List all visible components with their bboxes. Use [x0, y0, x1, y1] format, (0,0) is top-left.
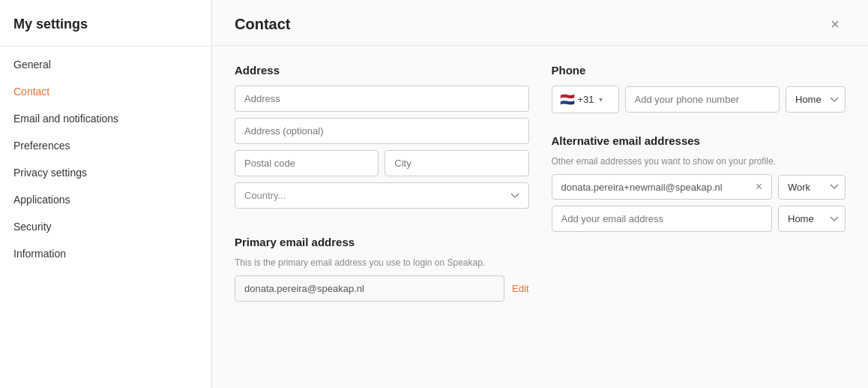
right-column: Phone 🇳🇱 +31 ▾ Home Work Mobile Other Al… [552, 64, 846, 302]
main-header: Contact × [212, 0, 868, 46]
primary-email-section: Primary email address This is the primar… [235, 236, 529, 302]
sidebar: My settings General Contact Email and no… [0, 0, 212, 388]
remove-alt-email-button[interactable]: × [750, 181, 762, 193]
phone-row: 🇳🇱 +31 ▾ Home Work Mobile Other [552, 86, 846, 113]
sidebar-title: My settings [0, 0, 211, 47]
alt-email-subtext: Other email addresses you want to show o… [552, 156, 846, 167]
city-input[interactable] [385, 150, 528, 176]
sidebar-item-email-notifications[interactable]: Email and notifications [0, 105, 211, 132]
phone-type-select[interactable]: Home Work Mobile Other [786, 86, 846, 113]
page-title: Contact [235, 16, 290, 33]
sidebar-item-security[interactable]: Security [0, 213, 211, 240]
primary-email-subtext: This is the primary email address you us… [235, 257, 529, 268]
flag-icon: 🇳🇱 [560, 92, 575, 107]
edit-email-link[interactable]: Edit [512, 283, 528, 294]
postal-city-row [235, 150, 529, 182]
main-content: Contact × Address Country... Primary ema… [212, 0, 868, 388]
sidebar-item-preferences[interactable]: Preferences [0, 132, 211, 159]
sidebar-item-contact[interactable]: Contact [0, 78, 211, 105]
address-optional-input[interactable] [235, 118, 529, 144]
phone-section-title: Phone [552, 64, 846, 77]
main-body: Address Country... Primary email address… [212, 46, 868, 320]
alt-email-section: Alternative email addresses Other email … [552, 134, 846, 232]
sidebar-item-general[interactable]: General [0, 51, 211, 78]
primary-email-row: Edit [235, 275, 529, 302]
close-button[interactable]: × [825, 14, 846, 35]
alt-email-chip: donata.pereira+newmail@speakap.nl × [552, 174, 773, 200]
alt-email-existing-row: donata.pereira+newmail@speakap.nl × Work… [552, 174, 846, 200]
left-column: Address Country... Primary email address… [235, 64, 529, 302]
alt-email-title: Alternative email addresses [552, 134, 846, 147]
alt-email-type-select[interactable]: Work Home Personal Other [778, 175, 846, 200]
add-email-type-select[interactable]: Home Work Personal Other [778, 206, 846, 232]
sidebar-item-privacy-settings[interactable]: Privacy settings [0, 159, 211, 186]
address-section-title: Address [235, 64, 529, 77]
postal-code-input[interactable] [235, 150, 379, 176]
phone-country-select[interactable]: 🇳🇱 +31 ▾ [552, 86, 619, 113]
country-select[interactable]: Country... [235, 182, 529, 209]
add-email-row: Home Work Personal Other [552, 206, 846, 232]
alt-email-value: donata.pereira+newmail@speakap.nl [561, 182, 723, 193]
primary-email-input[interactable] [235, 275, 504, 302]
sidebar-nav: General Contact Email and notifications … [0, 47, 211, 272]
add-alt-email-input[interactable] [552, 206, 773, 232]
sidebar-item-information[interactable]: Information [0, 240, 211, 267]
sidebar-item-applications[interactable]: Applications [0, 186, 211, 213]
country-code: +31 [578, 94, 594, 105]
phone-number-input[interactable] [625, 86, 780, 113]
chevron-down-icon: ▾ [599, 95, 603, 104]
primary-email-title: Primary email address [235, 236, 529, 248]
address-input[interactable] [235, 86, 529, 112]
